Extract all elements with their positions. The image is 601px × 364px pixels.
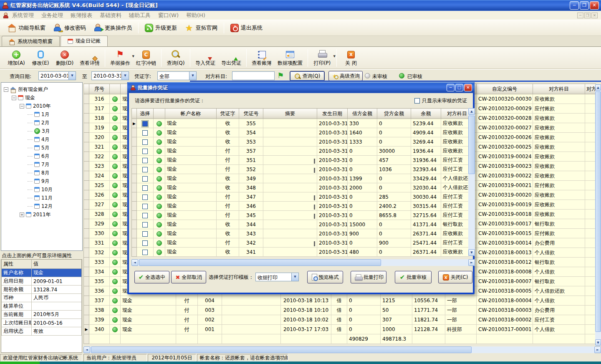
book-button[interactable]: 查看账簿 — [249, 48, 275, 68]
scroll-down-icon[interactable]: ▼ — [595, 339, 601, 346]
checkbox-icon[interactable] — [142, 139, 148, 145]
voucher-row[interactable]: 现金付3452010-03-3108655.832715.64应付工资 — [132, 211, 469, 220]
dialog-close-button[interactable]: x 关闭(C) — [438, 271, 472, 283]
column-header[interactable]: 摘要 — [263, 109, 317, 119]
export-button[interactable]: 导出凭证 — [218, 48, 244, 68]
voucher-type-combo[interactable]: 全部 ▼ — [157, 71, 197, 80]
tree-node-2011年[interactable]: +2011年 — [1, 210, 82, 219]
detail-button[interactable]: 查看详情 — [77, 48, 103, 68]
column-header[interactable]: 发生日期 — [317, 109, 348, 119]
select-cell[interactable] — [137, 156, 154, 165]
website-button[interactable]: 亚拓官网 — [181, 22, 221, 34]
date-to-combo[interactable]: 2010-03-31 ▼ — [91, 71, 129, 80]
mdi-minimize-button[interactable]: ─ — [577, 13, 583, 18]
batch-approve-button[interactable]: ✔ 批量审核 — [395, 271, 432, 283]
checkbox-icon[interactable] — [142, 240, 148, 246]
checkbox-icon[interactable] — [142, 213, 148, 218]
password-button[interactable]: 修改密码 — [49, 22, 90, 34]
column-header[interactable]: 选择 — [137, 109, 154, 119]
checkbox-icon[interactable] — [142, 195, 148, 200]
select-cell[interactable] — [137, 202, 154, 211]
row-selector[interactable] — [84, 162, 89, 171]
property-row[interactable]: 启用状态有效 — [2, 327, 82, 336]
column-header[interactable]: 对方 — [585, 84, 596, 94]
tree-node-9月[interactable]: 9月 — [1, 177, 82, 185]
doc-ops-button[interactable]: 单据操作▼ — [107, 48, 133, 68]
dialog-maximize-button[interactable]: □ — [455, 84, 463, 91]
row-selector[interactable] — [132, 192, 137, 202]
collapse-icon[interactable]: − — [4, 87, 8, 92]
config-button[interactable]: 数据项配置 — [275, 48, 306, 68]
nav-button[interactable]: 功能导航窗 — [3, 22, 49, 34]
select-all-button[interactable]: ✔ 全选选中 — [134, 271, 169, 283]
row-selector[interactable] — [84, 200, 89, 210]
column-header[interactable]: 对方科目 — [441, 109, 469, 119]
tree-node-6月[interactable]: 6月 — [1, 152, 82, 160]
chevron-down-icon[interactable]: ▼ — [121, 72, 129, 80]
property-row[interactable]: 当前账期2010年5月 — [2, 311, 82, 319]
delete-button[interactable]: 删除(D) — [53, 48, 77, 68]
tree-node-2月[interactable]: 2月 — [1, 119, 82, 127]
column-header[interactable]: 自定义编号 — [477, 84, 533, 94]
table-row[interactable]: 337现金付0042010-03-18 10:13借0121510556.74一… — [84, 296, 596, 306]
tree-node-10月[interactable]: 10月 — [1, 185, 82, 194]
row-selector[interactable] — [84, 267, 89, 277]
dropdown-arrow-icon[interactable]: ▼ — [333, 55, 336, 58]
select-cell[interactable] — [137, 174, 154, 183]
import-button[interactable]: 导入凭证 — [192, 48, 218, 68]
row-selector[interactable] — [84, 94, 89, 104]
column-header[interactable] — [110, 84, 121, 94]
checkbox-icon[interactable] — [142, 149, 148, 154]
row-selector[interactable] — [84, 114, 89, 123]
tab-cash-journal[interactable]: 现金日记账 — [61, 35, 108, 46]
mdi-close-button[interactable]: ✕ — [591, 13, 598, 18]
select-cell[interactable] — [137, 128, 154, 137]
row-selector[interactable] — [132, 147, 137, 156]
edit-button[interactable]: 修改(E) — [28, 48, 53, 68]
main-hscrollbar[interactable]: ◄ ► — [83, 346, 601, 353]
row-selector[interactable] — [84, 277, 89, 286]
tree-node-11月[interactable]: 11月 — [1, 194, 82, 202]
close-button[interactable]: ✕ — [590, 1, 599, 10]
column-header[interactable]: 帐户名称 — [165, 109, 217, 119]
column-header[interactable]: 序号 — [89, 84, 110, 94]
row-selector[interactable] — [132, 183, 137, 192]
row-selector[interactable] — [132, 156, 137, 165]
checkbox-icon[interactable] — [142, 158, 148, 163]
column-header[interactable] — [132, 109, 137, 119]
column-header[interactable]: 余额 — [411, 109, 441, 119]
scroll-up-icon[interactable]: ▲ — [468, 108, 475, 115]
checkbox-icon[interactable] — [414, 98, 420, 104]
hscroll-thumb[interactable] — [91, 346, 472, 353]
vscroll-thumb[interactable] — [468, 116, 475, 174]
table-row[interactable]: ▶340现金付0012010-03-17 17:03借0100012128.74… — [84, 325, 596, 334]
tree-node-8月[interactable]: 8月 — [1, 169, 82, 177]
row-selector[interactable] — [84, 238, 89, 248]
row-selector[interactable] — [84, 296, 89, 306]
select-cell[interactable] — [137, 183, 154, 192]
voucher-row[interactable]: 现金付3572010-03-310300001936.44应收账款 — [132, 147, 469, 156]
update-button[interactable]: 升级更新 — [141, 22, 181, 34]
red-reverse-button[interactable]: 红字冲销 — [133, 48, 159, 68]
date-from-combo[interactable]: 2010-03-01 ▼ — [38, 71, 76, 80]
row-selector[interactable] — [84, 258, 89, 267]
row-selector[interactable] — [84, 142, 89, 152]
preview-format-button[interactable]: 预览格式 — [307, 271, 343, 283]
row-selector[interactable]: ▶ — [132, 119, 137, 128]
select-cell[interactable] — [137, 119, 154, 128]
only-unapproved-checkbox-group[interactable]: 只显示未审核的凭证 — [414, 97, 467, 104]
row-selector[interactable] — [84, 219, 89, 229]
checkbox-icon[interactable] — [142, 121, 148, 126]
checkbox-icon[interactable] — [142, 176, 148, 182]
select-cell[interactable] — [137, 147, 154, 156]
property-row[interactable]: 账户名称现金 — [2, 269, 82, 277]
row-selector[interactable] — [132, 137, 137, 147]
select-cell[interactable] — [137, 238, 154, 248]
menu-item-0[interactable]: 系统管理 — [8, 12, 38, 19]
row-selector[interactable] — [84, 123, 89, 133]
select-cell[interactable] — [137, 137, 154, 147]
menu-item-1[interactable]: 业务处理 — [38, 12, 67, 19]
column-header[interactable]: 对方科目 — [533, 84, 585, 94]
row-selector[interactable] — [132, 238, 137, 248]
tree-node-4月[interactable]: 4月 — [1, 135, 82, 144]
